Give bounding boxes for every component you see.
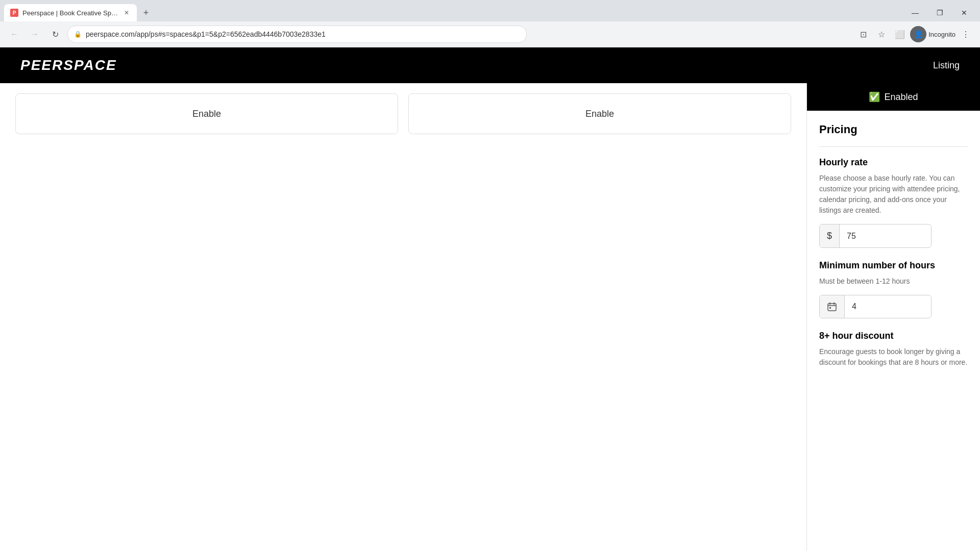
check-icon: ✅ (869, 91, 880, 103)
tab-favicon: P (10, 9, 18, 17)
discount-field: 8+ hour discount Encourage guests to boo… (819, 331, 968, 368)
hourly-rate-input-group: $ (819, 224, 932, 248)
dollar-prefix: $ (820, 224, 840, 247)
extensions-icon[interactable]: ⬜ (892, 26, 908, 42)
hourly-rate-input[interactable] (840, 226, 932, 247)
svg-rect-1 (829, 307, 831, 309)
lock-icon: 🔒 (74, 31, 82, 38)
new-tab-button[interactable]: + (139, 6, 153, 20)
bookmark-icon[interactable]: ☆ (873, 26, 890, 42)
min-hours-label: Minimum number of hours (819, 260, 968, 271)
close-button[interactable]: ✕ (952, 4, 976, 21)
active-tab[interactable]: P Peerspace | Book Creative Space ✕ (4, 4, 137, 21)
svg-rect-0 (828, 304, 836, 311)
enabled-button[interactable]: ✅ Enabled (807, 83, 980, 111)
menu-icon[interactable]: ⋮ (958, 26, 974, 42)
cast-icon[interactable]: ⊡ (855, 26, 871, 42)
discount-description: Encourage guests to book longer by givin… (819, 346, 968, 368)
min-hours-input[interactable] (845, 296, 932, 317)
site-nav: PEERSPACE Listing (0, 47, 980, 83)
forward-button[interactable]: → (27, 26, 43, 42)
enabled-button-label: Enabled (884, 92, 918, 103)
maximize-button[interactable]: ❐ (928, 4, 951, 21)
enable-card-1[interactable]: Enable (15, 93, 398, 134)
left-content: Enable Enable (0, 83, 806, 551)
minimize-button[interactable]: — (903, 4, 927, 21)
enable-card-2[interactable]: Enable (408, 93, 791, 134)
calendar-icon (820, 295, 845, 318)
listing-link[interactable]: Listing (933, 60, 960, 71)
discount-label: 8+ hour discount (819, 331, 968, 341)
pricing-section: Pricing Hourly rate Please choose a base… (807, 111, 980, 368)
min-hours-input-group (819, 295, 932, 318)
enable-card-1-label: Enable (192, 109, 221, 119)
min-hours-description: Must be between 1-12 hours (819, 276, 968, 287)
back-button[interactable]: ← (6, 26, 22, 42)
window-controls: — ❐ ✕ (903, 4, 976, 21)
enable-card-2-label: Enable (585, 109, 614, 119)
profile-icon[interactable]: 👤 (910, 26, 926, 42)
min-hours-field: Minimum number of hours Must be between … (819, 260, 968, 318)
right-sidebar: ✅ Enabled Pricing Hourly rate Please cho… (806, 83, 980, 551)
enable-cards: Enable Enable (15, 93, 791, 134)
toolbar-icons: ⊡ ☆ ⬜ 👤 Incognito ⋮ (855, 26, 974, 42)
main-layout: Enable Enable ✅ Enabled Pricing Hourly (0, 83, 980, 551)
hourly-rate-description: Please choose a base hourly rate. You ca… (819, 173, 968, 216)
tab-bar: P Peerspace | Book Creative Space ✕ + — … (0, 0, 980, 21)
tab-close-button[interactable]: ✕ (122, 9, 131, 17)
incognito-label: Incognito (928, 31, 955, 38)
pricing-title: Pricing (819, 123, 968, 136)
browser-chrome: P Peerspace | Book Creative Space ✕ + — … (0, 0, 980, 47)
address-bar: ← → ↻ 🔒 peerspace.com/app/ps#s=spaces&p1… (0, 21, 980, 47)
url-bar[interactable]: 🔒 peerspace.com/app/ps#s=spaces&p1=5&p2=… (67, 26, 527, 43)
reload-button[interactable]: ↻ (47, 26, 63, 42)
url-text: peerspace.com/app/ps#s=spaces&p1=5&p2=65… (86, 30, 520, 38)
hourly-rate-label: Hourly rate (819, 157, 968, 168)
site-logo: PEERSPACE (20, 57, 117, 73)
divider-1 (819, 146, 968, 147)
page: PEERSPACE Listing Enable Enable ✅ Enable… (0, 47, 980, 551)
tab-title: Peerspace | Book Creative Space (22, 9, 118, 17)
hourly-rate-field: Hourly rate Please choose a base hourly … (819, 157, 968, 248)
